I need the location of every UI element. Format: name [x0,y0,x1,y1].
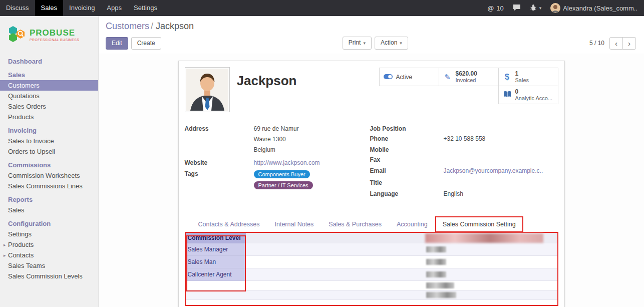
app-discuss[interactable]: Discuss [0,0,35,16]
sidebar-item-config-products[interactable]: ▸Products [0,239,98,250]
redacted-column-header [425,233,543,243]
commission-level-cell: Sales Man [186,256,246,268]
menu-header-reports[interactable]: Reports [0,191,98,205]
sidebar-item-sales-commissions-lines[interactable]: Sales Commissions Lines [0,181,98,191]
stat-button-analytic[interactable]: 0 Analytic Acco... [498,86,558,104]
commission-row-callcenter-agent[interactable]: Callcenter Agent [186,268,557,281]
sidebar-item-sales-orders[interactable]: Sales Orders [0,101,98,112]
chevron-down-icon: ▾ [363,41,366,46]
chevron-down-icon: ▾ [400,41,402,46]
empty-cell [186,281,246,290]
sidebar-item-settings[interactable]: Settings [0,229,98,239]
commission-row-sales-man[interactable]: Sales Man [186,256,557,268]
notebook: Contacts & Addresses Internal Notes Sale… [185,216,558,306]
tab-contacts-addresses[interactable]: Contacts & Addresses [191,217,267,232]
phone-label: Phone [370,135,444,143]
field-group: Address 69 rue de Namur Wavre 1300 Belgi… [185,125,558,200]
stat-button-active[interactable]: Active [379,68,439,86]
tab-sales-commission-setting[interactable]: Sales Commission Setting [435,216,523,232]
app-settings[interactable]: Settings [128,0,163,16]
sidebar-item-customers[interactable]: Customers [0,80,98,91]
menu-header-sales[interactable]: Sales [0,67,98,80]
email-link[interactable]: Jackpson@yourcompany.example.c.. [444,167,543,175]
sidebar-item-quotations[interactable]: Quotations [0,91,98,101]
empty-cell [246,243,425,256]
company-logo[interactable]: PROBUSE PROFESSIONAL BUSINESS [0,16,98,53]
customer-name: Jackpson [237,73,380,89]
sidebar-item-orders-to-upsell[interactable]: Orders to Upsell [0,146,98,157]
app-sales[interactable]: Sales [35,0,64,16]
tab-sales-purchases[interactable]: Sales & Purchases [321,217,389,232]
sidebar-item-reports-sales[interactable]: Sales [0,205,98,215]
print-label: Print [349,39,361,46]
sidebar-item-sales-commission-levels[interactable]: Sales Commission Levels [0,271,98,281]
sidebar-item-config-contacts[interactable]: ▸Contacts [0,250,98,260]
menu-header-configuration[interactable]: Configuration [0,215,98,229]
book-icon [502,91,512,99]
website-link[interactable]: http://www.jackpson.com [254,159,320,167]
empty-cell [186,290,246,300]
stat-button-invoiced[interactable]: ✎ $620.00 Invoiced [439,68,499,86]
action-dropdown-button[interactable]: Action▾ [375,37,408,50]
sidebar-item-commission-worksheets[interactable]: Commission Worksheets [0,170,98,181]
language-value: English [444,190,463,198]
user-menu[interactable]: Alexandra (Sales_comm.. [546,3,642,13]
commission-row-empty[interactable] [186,281,557,290]
sidebar-item-products[interactable]: Products [0,112,98,122]
value-cell [425,268,543,281]
menu-header-commissions[interactable]: Commissions [0,157,98,170]
email-label: Email [370,167,444,175]
chevron-down-icon: ▾ [539,6,542,11]
stat-button-sales[interactable]: $ 1 Sales [498,68,558,86]
sidebar-item-sales-to-invoice[interactable]: Sales to Invoice [0,136,98,146]
sidebar-item-label: Contacts [8,251,34,259]
app-invoicing[interactable]: Invoicing [63,0,101,16]
empty-cell [246,281,425,290]
analytic-label: Analytic Acco... [515,95,553,102]
mobile-label: Mobile [370,146,444,154]
tag-components-buyer: Components Buyer [254,170,310,178]
tab-internal-notes[interactable]: Internal Notes [267,217,321,232]
redacted-value [426,282,454,288]
debug-menu-button[interactable]: ▾ [525,4,546,13]
toggle-icon [383,73,393,81]
redacted-value [426,292,456,298]
redacted-value [426,271,446,277]
menu-header-dashboard[interactable]: Dashboard [0,53,98,67]
invoiced-label: Invoiced [456,77,477,84]
active-label: Active [396,74,413,81]
top-navbar: Discuss Sales Invoicing Apps Settings @ … [0,0,644,16]
tab-accounting[interactable]: Accounting [389,217,435,232]
action-label: Action [381,39,397,46]
empty-cell [246,256,425,268]
header-spacer [246,233,425,243]
app-menu: Discuss Sales Invoicing Apps Settings [0,0,163,16]
commission-level-column-header[interactable]: Commission Level [186,233,246,243]
main-content: Customers/Jackpson Edit Create Print▾ Ac… [99,16,644,307]
breadcrumb: Customers/Jackpson [106,21,636,32]
fax-label: Fax [370,156,444,164]
dollar-icon: $ [502,73,512,82]
pager-next-button[interactable]: › [622,37,636,50]
stat-buttons: Active ✎ $620.00 Invoiced $ [380,68,558,104]
sidebar-item-sales-teams[interactable]: Sales Teams [0,260,98,271]
probuse-hexagon-icon [7,25,26,45]
breadcrumb-customers-link[interactable]: Customers [106,21,149,31]
job-position-label: Job Position [370,125,444,133]
commission-row-sales-manager[interactable]: Sales Manager [186,243,557,256]
tags-label: Tags [185,170,254,192]
mentions-button[interactable]: @ 10 [483,5,508,12]
print-dropdown-button[interactable]: Print▾ [343,37,372,50]
empty-cell [543,290,557,300]
edit-button[interactable]: Edit [106,37,128,50]
create-button[interactable]: Create [131,37,161,50]
app-apps[interactable]: Apps [101,0,128,16]
pager-previous-button[interactable]: ‹ [609,37,623,50]
menu-header-invoicing[interactable]: Invoicing [0,122,98,136]
customer-photo [185,67,230,112]
commission-row-empty[interactable] [186,290,557,300]
sidebar: PROBUSE PROFESSIONAL BUSINESS Dashboard … [0,16,99,307]
tab-bar: Contacts & Addresses Internal Notes Sale… [185,216,558,232]
redacted-value [426,259,446,265]
messages-button[interactable] [508,4,525,13]
